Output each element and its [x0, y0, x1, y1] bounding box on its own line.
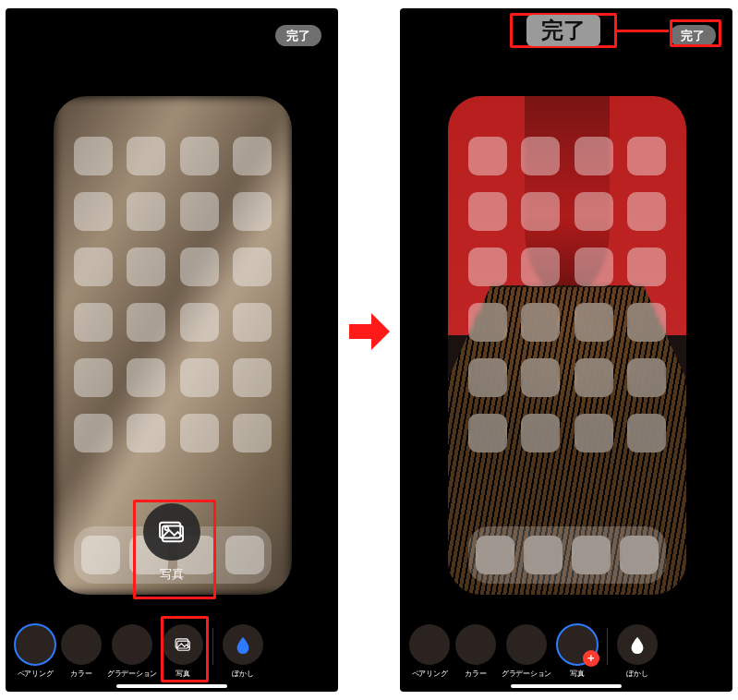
app-icon: [180, 303, 219, 342]
svg-point-2: [165, 526, 169, 530]
app-icon: [521, 247, 560, 286]
option-gradient[interactable]: グラデーション: [107, 624, 157, 679]
app-icon: [127, 247, 165, 286]
home-indicator[interactable]: [116, 684, 227, 688]
photo-popup-label: 写真: [134, 566, 210, 583]
option-label: グラデーション: [107, 669, 157, 679]
app-icon: [575, 303, 613, 342]
color-icon: [455, 624, 496, 665]
app-rows: [468, 137, 666, 453]
tutorial-stage: 完了 写真: [0, 0, 738, 700]
app-icon: [627, 247, 666, 286]
app-icon: [74, 137, 113, 175]
app-icon: [521, 137, 560, 175]
option-separator: [212, 628, 213, 665]
app-icon: [468, 192, 507, 231]
app-icon: [127, 192, 165, 231]
app-icon: [521, 192, 560, 231]
app-icon: [468, 247, 507, 286]
app-icon: [180, 192, 219, 231]
app-icon: [627, 358, 666, 397]
pairing-icon: [15, 624, 55, 665]
app-icon: [233, 137, 272, 175]
app-icon: [74, 358, 113, 397]
highlight-connector: [617, 30, 669, 32]
app-icon: [74, 247, 113, 286]
option-separator: [607, 628, 608, 665]
phone-right: 完了 ペアリング: [400, 8, 732, 692]
app-icon: [575, 247, 613, 286]
photos-icon: [163, 624, 203, 665]
app-icon: [627, 303, 666, 342]
app-icon: [521, 303, 560, 342]
app-icon: [476, 536, 514, 574]
option-label: カラー: [465, 669, 486, 679]
app-icon: [127, 303, 165, 342]
option-label: カラー: [70, 669, 91, 679]
option-label: ペアリング: [412, 669, 448, 679]
option-label: ペアリング: [18, 669, 54, 679]
style-option-row: ペアリング カラー グラデーション + 写真 ぼかし: [400, 624, 732, 679]
app-icon: [180, 414, 219, 453]
arrow-icon: [346, 311, 393, 389]
app-icon: [127, 414, 165, 453]
option-label: ぼかし: [626, 669, 647, 679]
gradient-icon: [506, 624, 547, 665]
photo-popup[interactable]: 写真: [134, 503, 210, 583]
app-icon: [233, 414, 272, 453]
done-button[interactable]: 完了: [670, 25, 716, 46]
app-icon: [620, 536, 659, 574]
wallpaper-preview[interactable]: [448, 96, 686, 595]
phone-left: 完了 写真: [6, 8, 338, 692]
option-label: ぼかし: [232, 669, 253, 679]
home-screen-overlay: [448, 96, 686, 595]
dock: [468, 526, 666, 584]
app-icon: [74, 303, 113, 342]
app-icon: [233, 192, 272, 231]
option-photo[interactable]: + 写真: [557, 624, 598, 679]
app-icon: [627, 137, 666, 175]
done-button[interactable]: 完了: [275, 25, 321, 46]
app-icon: [233, 358, 272, 397]
home-indicator[interactable]: [511, 684, 622, 688]
app-icon: [521, 414, 560, 453]
app-icon: [575, 414, 613, 453]
blur-icon: [617, 624, 658, 665]
app-icon: [180, 247, 219, 286]
color-icon: [61, 624, 102, 665]
gradient-icon: [112, 624, 152, 665]
option-color[interactable]: カラー: [455, 624, 496, 679]
app-icon: [74, 414, 113, 453]
app-icon: [468, 137, 507, 175]
app-rows: [74, 137, 272, 453]
photos-icon: [143, 503, 200, 561]
app-icon: [524, 536, 563, 574]
option-pairing[interactable]: ペアリング: [409, 624, 450, 679]
app-icon: [575, 137, 613, 175]
option-photo[interactable]: 写真: [163, 624, 203, 679]
app-icon: [468, 414, 507, 453]
app-icon: [575, 358, 613, 397]
app-icon: [468, 358, 507, 397]
option-pairing[interactable]: ペアリング: [15, 624, 55, 679]
app-icon: [127, 137, 165, 175]
app-icon: [74, 192, 113, 231]
app-icon: [572, 536, 611, 574]
app-icon: [233, 247, 272, 286]
option-gradient[interactable]: グラデーション: [502, 624, 551, 679]
app-icon: [627, 414, 666, 453]
app-icon: [575, 192, 613, 231]
option-label: グラデーション: [502, 669, 551, 679]
option-blur[interactable]: ぼかし: [617, 624, 658, 679]
blur-icon: [223, 624, 263, 665]
app-icon: [127, 358, 165, 397]
app-icon: [81, 536, 120, 574]
option-label: 写真: [175, 669, 189, 679]
app-icon: [225, 536, 264, 574]
app-icon: [180, 137, 219, 175]
app-icon: [521, 358, 560, 397]
app-icon: [627, 192, 666, 231]
app-icon: [180, 358, 219, 397]
option-color[interactable]: カラー: [61, 624, 102, 679]
option-blur[interactable]: ぼかし: [223, 624, 263, 679]
